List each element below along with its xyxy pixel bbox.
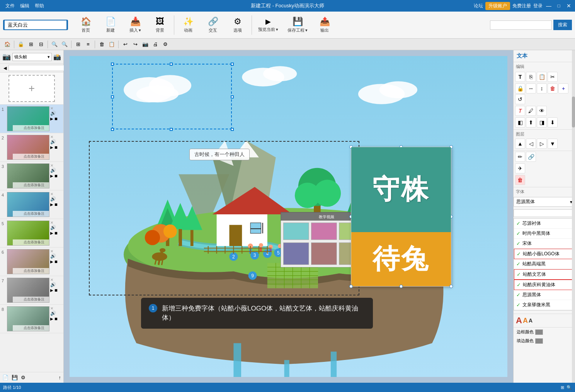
left-footer-btn4[interactable]: ↑	[58, 374, 62, 381]
toolbar-bg[interactable]: 🖼 背景	[148, 15, 172, 35]
edit-pencil-icon[interactable]: ✏	[515, 152, 525, 162]
canvas-area[interactable]: 2 3 4 5 9	[64, 50, 513, 383]
delete-icon[interactable]: 🗑	[548, 83, 558, 93]
align-left-icon[interactable]: ◧	[515, 117, 525, 127]
slide-close-icon-4[interactable]: ✕	[50, 192, 58, 196]
fill-color-swatch[interactable]	[535, 338, 543, 344]
text-copy-icon[interactable]: ⎘	[526, 72, 536, 82]
align-top-icon[interactable]: ⬆	[526, 117, 536, 127]
toolbar-insert[interactable]: 📥 插入▾	[124, 15, 147, 35]
preview-handle-br[interactable]	[449, 285, 453, 288]
upgrade-button[interactable]: 升级账户	[485, 2, 510, 10]
slide-play-icon-4[interactable]: ▶	[50, 202, 53, 207]
slide-close-icon-6[interactable]: ✕	[50, 249, 58, 253]
preview-handle-bl[interactable]	[349, 285, 353, 288]
slide-audio-icon-5[interactable]: 🔊	[50, 225, 58, 230]
font-selector[interactable]: 思源黑体 ▾	[514, 197, 575, 207]
toolbar-interact[interactable]: 🔗 交互	[201, 15, 225, 35]
slide-close-icon-3[interactable]: ✕	[50, 163, 58, 168]
search-input[interactable]	[5, 20, 66, 29]
border-color-swatch[interactable]	[535, 329, 543, 335]
slide-stop-icon-7[interactable]: ⏹	[54, 288, 58, 292]
maximize-button[interactable]: □	[555, 2, 563, 10]
tb2-camera-btn[interactable]: 📷	[141, 40, 150, 49]
slide-play-icon-8[interactable]: ▶	[50, 317, 53, 321]
font-search-input[interactable]	[514, 210, 570, 217]
slide-item-8[interactable]: 8 点击添加备注 ✕ 🔊 ▶ ⏹	[0, 305, 63, 333]
font-size-A1[interactable]: A	[516, 316, 522, 326]
slide-audio-icon-7[interactable]: 🔊	[50, 282, 58, 287]
move-icon[interactable]: ✈	[515, 163, 525, 173]
text-paste-icon[interactable]: 📋	[537, 72, 547, 82]
menu-edit[interactable]: 编辑	[18, 3, 32, 9]
tb2-copy-btn[interactable]: 📋	[107, 40, 116, 49]
slide-audio-icon-1[interactable]: 🔊	[50, 110, 58, 116]
tb2-delete-btn[interactable]: 🗑	[97, 40, 106, 49]
eye-icon[interactable]: 👁	[537, 106, 547, 116]
layer-back-icon[interactable]: ◁	[526, 139, 536, 149]
font-size-A2[interactable]: A	[523, 317, 528, 325]
right-panel-scrollbar[interactable]	[572, 50, 575, 383]
slide-item-6[interactable]: 6 点击添加备注 ✕ 🔊 ▶ ⏹	[0, 248, 63, 276]
slide-audio-icon-2[interactable]: 🔊	[50, 139, 58, 144]
slide-audio-icon-3[interactable]: 🔊	[50, 168, 58, 173]
tb2-lock-btn[interactable]: 🔒	[17, 40, 25, 49]
slide-stop-icon-8[interactable]: ⏹	[54, 317, 58, 321]
font-item-siyuan[interactable]: ✓ 思源黑体	[514, 290, 575, 300]
slide-audio-icon-8[interactable]: 🔊	[50, 311, 58, 316]
preview-handle-bottom[interactable]	[400, 285, 403, 288]
font-item-shishang[interactable]: ✓ 时尚中黑简体	[514, 229, 575, 239]
layer-forward-icon[interactable]: ▷	[537, 139, 547, 149]
flip-h-icon[interactable]: ↔	[526, 83, 536, 93]
toolbar-export[interactable]: 📤 输出	[313, 15, 336, 35]
slide-play-icon-2[interactable]: ▶	[50, 145, 53, 149]
sel-handle-mr[interactable]	[231, 95, 234, 98]
slide-play-icon-7[interactable]: ▶	[50, 288, 53, 292]
sel-handle-tl[interactable]	[111, 63, 114, 66]
lens-camera-icon[interactable]: 📸	[53, 53, 61, 61]
font-size-A3[interactable]: A	[529, 317, 532, 324]
slide-close-icon-5[interactable]: ✕	[50, 221, 58, 225]
toolbar-options[interactable]: ⚙ 选项	[226, 15, 249, 35]
font-item-zhankugaoduan[interactable]: ✓ 站酷高端黑	[514, 259, 575, 269]
slide-stop-icon-1[interactable]: ⏹	[54, 117, 58, 121]
add-icon[interactable]: +	[558, 83, 568, 93]
minimize-button[interactable]: —	[545, 2, 553, 10]
layer-down-icon[interactable]: ▼	[548, 139, 558, 149]
sel-handle-tm[interactable]	[170, 63, 173, 66]
slide-item-7[interactable]: 7 点击添加备注 ✕ 🔊 ▶ ⏹	[0, 276, 63, 305]
toolbar-preview[interactable]: ▶ 预览当前▾	[254, 16, 282, 34]
slide-stop-icon-2[interactable]: ⏹	[54, 145, 58, 149]
statusbar-icon2[interactable]: 🔍	[566, 385, 572, 390]
tb2-undo-btn[interactable]: ↩	[121, 40, 129, 49]
tb2-settings-btn[interactable]: ⚙	[161, 40, 170, 49]
text-cut-icon[interactable]: ✂	[548, 72, 558, 82]
text-bold-icon[interactable]: T	[515, 72, 525, 82]
slide-close-icon-8[interactable]: ✕	[50, 306, 58, 311]
slide-stop-icon-4[interactable]: ⏹	[54, 202, 58, 207]
tb2-home-btn[interactable]: 🏠	[3, 40, 12, 49]
slide-item-1[interactable]: 1 点击添加备注 ✕ 🔊 ▶ ⏹	[0, 105, 63, 133]
slide-stop-icon-3[interactable]: ⏹	[54, 174, 58, 178]
left-footer-btn3[interactable]: ⚙	[20, 374, 26, 381]
tb2-redo-btn[interactable]: ↪	[131, 40, 139, 49]
slide-item-2[interactable]: 2 点击添加备注 ✕ 🔊 ▶ ⏹	[0, 133, 63, 162]
font-item-zhankulogo[interactable]: ✓ 站酷小薇LOGO体	[514, 249, 575, 259]
sel-handle-bm[interactable]	[170, 128, 173, 131]
tb2-print-btn[interactable]: 🖨	[151, 40, 160, 49]
scrollbar-thumb[interactable]	[572, 97, 575, 127]
marker-icon[interactable]: 🖊	[526, 106, 536, 116]
lock-icon[interactable]: 🔒	[515, 83, 525, 93]
slide-audio-icon-6[interactable]: 🔊	[50, 253, 58, 259]
sel-handle-tr[interactable]	[231, 63, 234, 66]
thumb-prev-btn[interactable]: ◀	[2, 65, 8, 71]
font-item-wenquan[interactable]: ✓ 文泉驿微米黑	[514, 300, 575, 310]
slide-play-icon-5[interactable]: ▶	[50, 231, 53, 235]
left-footer-btn2[interactable]: 💾	[11, 374, 19, 381]
align-bottom-icon[interactable]: ⬇	[548, 117, 558, 127]
slide-close-icon-2[interactable]: ✕	[50, 135, 58, 139]
slide-play-icon-6[interactable]: ▶	[50, 260, 53, 264]
tb2-zoomin-btn[interactable]: 🔍	[50, 40, 59, 49]
font-item-zhankuqingke[interactable]: ✓ 站酷庆科黄油体	[514, 280, 575, 290]
thumb-search-input[interactable]	[9, 65, 66, 71]
